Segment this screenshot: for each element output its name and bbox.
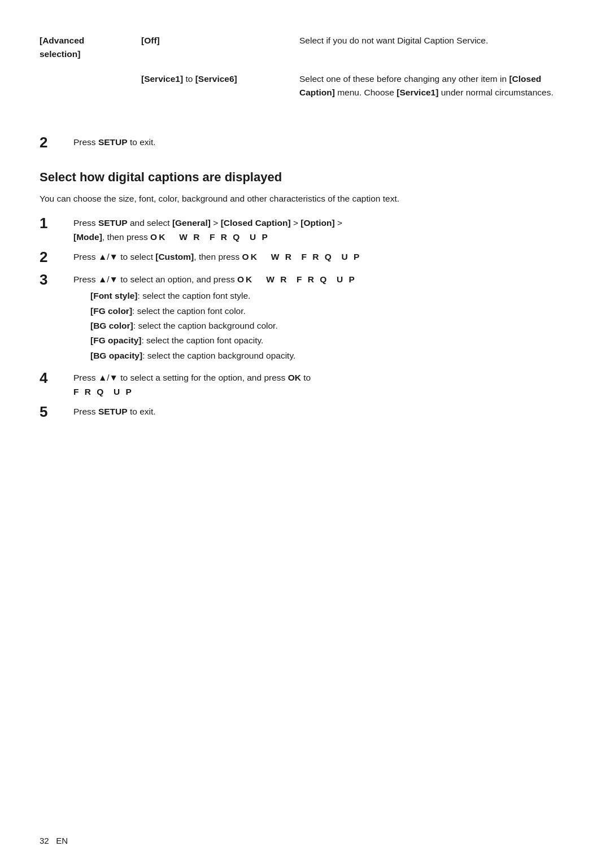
step-1-row: 1 Press SETUP and select [General] > [Cl… — [40, 214, 570, 245]
service1-ref: [Service1] — [396, 88, 438, 97]
step-1-text: Press SETUP and select [General] > [Clos… — [73, 214, 570, 245]
subitem-fg-color: [FG color]: select the caption font colo… — [90, 304, 570, 319]
custom-kw: [Custom] — [155, 252, 194, 261]
subitem-font-style: [Font style]: select the caption font st… — [90, 289, 570, 303]
table-col2-row1: [Off] — [141, 34, 299, 61]
step-4-number: 4 — [40, 369, 73, 388]
step-5-row: 5 Press SETUP to exit. — [40, 403, 570, 422]
table-section: [Advancedselection] [Off] Select if you … — [40, 34, 570, 116]
ok-chars-1: OK W R F R Q U P — [150, 232, 269, 242]
subitem-bg-color: [BG color]: select the caption backgroun… — [90, 319, 570, 333]
table-col3-row2: Select one of these before changing any … — [299, 72, 570, 99]
step-2-exit: 2 Press SETUP to exit. — [40, 133, 570, 152]
subitem-bg-opacity: [BG opacity]: select the caption backgro… — [90, 348, 570, 363]
lang-label: EN — [56, 836, 68, 845]
step-3-text: Press ▲/▼ to select an option, and press… — [73, 271, 570, 366]
footer: 32 EN — [40, 836, 68, 845]
section-heading-digital-captions: Select how digital captions are displaye… — [40, 169, 570, 186]
off-label: [Off] — [141, 36, 160, 45]
step-2-exit-text: Press SETUP to exit. — [73, 133, 570, 150]
step-1-number: 1 — [40, 214, 73, 233]
table-row-2: [Service1] to [Service6] Select one of t… — [40, 72, 570, 99]
page-number: 32 — [40, 836, 49, 845]
step-3-subitems: [Font style]: select the caption font st… — [90, 289, 570, 363]
step-5-text: Press SETUP to exit. — [73, 403, 570, 419]
ok-chars-3: OK W R F R Q U P — [237, 274, 356, 284]
step-4-text: Press ▲/▼ to select a setting for the op… — [73, 369, 570, 399]
setup-keyword-step2: SETUP — [98, 137, 128, 147]
step-3-number: 3 — [40, 271, 73, 290]
service6-label: [Service6] — [195, 74, 237, 84]
ok-chars-4: F R Q U P — [73, 387, 133, 396]
table-col1-row1: [Advancedselection] — [40, 34, 141, 61]
setup-kw1: SETUP — [98, 218, 128, 228]
step-4-row: 4 Press ▲/▼ to select a setting for the … — [40, 369, 570, 399]
ok-chars-2: OK W R F R Q U P — [242, 252, 361, 261]
step-2-main-text: Press ▲/▼ to select [Custom], then press… — [73, 248, 570, 264]
table-col1-row2 — [40, 72, 141, 99]
step-3-row: 3 Press ▲/▼ to select an option, and pre… — [40, 271, 570, 366]
closed-caption-kw: [Closed Caption] — [221, 218, 291, 228]
table-col3-row1: Select if you do not want Digital Captio… — [299, 34, 570, 61]
ok-kw-4: OK — [288, 373, 301, 382]
setup-kw5: SETUP — [98, 407, 128, 416]
table-row-1: [Advancedselection] [Off] Select if you … — [40, 34, 570, 61]
step-5-number: 5 — [40, 403, 73, 422]
table-col2-row2: [Service1] to [Service6] — [141, 72, 299, 99]
general-kw: [General] — [172, 218, 211, 228]
subitem-fg-opacity: [FG opacity]: select the caption font op… — [90, 333, 570, 348]
mode-kw: [Mode] — [73, 232, 102, 242]
advanced-selection-label: [Advancedselection] — [40, 36, 84, 59]
service-range-label: [Service1] — [141, 74, 183, 84]
step-2-number: 2 — [40, 133, 73, 152]
option-kw: [Option] — [300, 218, 334, 228]
step-2-main-number: 2 — [40, 248, 73, 267]
step-2-row: 2 Press ▲/▼ to select [Custom], then pre… — [40, 248, 570, 267]
section-description: You can choose the size, font, color, ba… — [40, 192, 570, 206]
